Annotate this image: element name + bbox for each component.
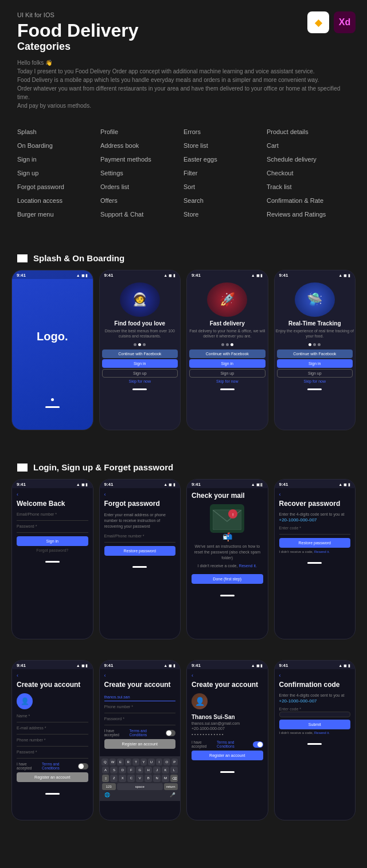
onboard3-signin-btn[interactable]: Sign in (277, 359, 353, 368)
sketch-icon[interactable]: ◆ (307, 11, 329, 33)
cat-search[interactable]: Search (184, 194, 267, 207)
checkmail-done-btn[interactable]: Done (first step) (192, 574, 263, 584)
cat-burger[interactable]: Burger menu (17, 207, 100, 221)
kb-emoji-btn[interactable]: 🌐 (104, 792, 110, 798)
kb-shift[interactable]: ⇧ (102, 775, 110, 782)
create-profile-avatar[interactable]: 👤 (192, 693, 208, 709)
cat-schedule[interactable]: Schedule delivery (267, 152, 350, 166)
kb-m[interactable]: M (162, 775, 169, 782)
create-form-terms-link[interactable]: Terms and Conditions (130, 729, 161, 737)
cat-easter[interactable]: Easter eggs (184, 152, 267, 166)
cat-sort[interactable]: Sort (184, 180, 267, 194)
cat-forgot[interactable]: Forgot password (17, 180, 100, 194)
forgot-restore-btn[interactable]: Restore password (104, 546, 176, 556)
cat-product-details[interactable]: Product details (267, 125, 350, 139)
kb-x[interactable]: X (119, 775, 126, 782)
cat-signin[interactable]: Sign in (17, 152, 100, 166)
conf-resend-link[interactable]: Resend it. (314, 731, 330, 735)
kb-i[interactable]: I (156, 759, 162, 765)
create-profile-register-btn[interactable]: Register an account (192, 751, 263, 760)
cat-errors[interactable]: Errors (184, 125, 267, 139)
kb-p[interactable]: P (171, 759, 178, 765)
onboard3-signup-btn[interactable]: Sign up (277, 369, 353, 378)
onboard1-signup-btn[interactable]: Sign up (102, 369, 178, 378)
onboard1-signin-btn[interactable]: Sign in (102, 359, 178, 368)
recover-back-btn[interactable]: ‹ (279, 492, 351, 497)
kb-k[interactable]: K (162, 767, 169, 773)
create-profile-back[interactable]: ‹ (192, 673, 263, 678)
create-basic-avatar[interactable]: 👤 (17, 693, 33, 709)
forgot-back-btn[interactable]: ‹ (104, 492, 176, 497)
welcome-email-input[interactable] (17, 517, 88, 521)
kb-u[interactable]: U (148, 759, 154, 765)
cat-checkout[interactable]: Checkout (267, 166, 350, 180)
onboard1-fb-btn[interactable]: Continue with Facebook (102, 349, 178, 358)
kb-f[interactable]: F (127, 767, 135, 773)
create-basic-terms-link[interactable]: Terms and Conditions (42, 762, 73, 770)
cat-filter[interactable]: Filter (184, 166, 267, 180)
cat-address-book[interactable]: Address book (100, 139, 184, 152)
recover-restore-btn[interactable]: Restore password (279, 538, 351, 548)
checkmail-resend-link[interactable]: Resend it. (239, 564, 257, 568)
cat-confirmation[interactable]: Confirmation & Rate (267, 194, 350, 207)
kb-y[interactable]: Y (140, 759, 147, 765)
cat-store-list[interactable]: Store list (184, 139, 267, 152)
kb-return[interactable]: return (164, 783, 178, 790)
cat-settings[interactable]: Settings (100, 166, 184, 180)
onboard2-fb-btn[interactable]: Continue with Facebook (189, 349, 266, 358)
kb-n[interactable]: N (153, 775, 161, 782)
cat-payment[interactable]: Payment methods (100, 152, 184, 166)
welcome-forgot-link[interactable]: Forgot password? (17, 548, 88, 552)
conf-submit-btn[interactable]: Submit (279, 720, 351, 729)
cat-splash[interactable]: Splash (17, 125, 100, 139)
welcome-back-btn[interactable]: ‹ (17, 492, 88, 497)
create-profile-terms-link[interactable]: Terms and Conditions (217, 740, 248, 748)
cat-signup[interactable]: Sign up (17, 166, 100, 180)
kb-t[interactable]: T (132, 759, 139, 765)
kb-v[interactable]: V (136, 775, 143, 782)
cat-orders[interactable]: Orders list (100, 180, 184, 194)
create-basic-back[interactable]: ‹ (17, 673, 88, 678)
conf-back-btn[interactable]: ‹ (279, 673, 351, 678)
create-form-phone-input[interactable] (104, 709, 176, 713)
kb-j[interactable]: J (153, 767, 161, 773)
recover-resend-link[interactable]: Resend it. (314, 550, 330, 553)
onboard2-signin-btn[interactable]: Sign in (189, 359, 266, 368)
create-profile-toggle[interactable] (253, 741, 263, 748)
onboard2-skip-link[interactable]: Skip for now (187, 379, 268, 383)
cat-location[interactable]: Location access (17, 194, 100, 207)
cat-tracklist[interactable]: Track list (267, 180, 350, 194)
create-basic-phone-input[interactable] (17, 743, 88, 747)
kb-space[interactable]: space (117, 783, 163, 790)
kb-s[interactable]: S (110, 767, 118, 773)
kb-e[interactable]: E (117, 759, 123, 765)
conf-code-input[interactable] (279, 712, 351, 717)
kb-mic-btn[interactable]: 🎤 (170, 792, 175, 798)
cat-onboarding[interactable]: On Boarding (17, 139, 100, 152)
create-basic-register-btn[interactable]: Register an account (17, 772, 88, 782)
create-basic-email-input[interactable] (17, 730, 88, 735)
kb-h[interactable]: H (145, 767, 152, 773)
welcome-signin-btn[interactable]: Sign in (17, 536, 88, 546)
cat-profile[interactable]: Profile (100, 125, 184, 139)
cat-store[interactable]: Store (184, 207, 267, 221)
kb-b[interactable]: B (145, 775, 152, 782)
kb-g[interactable]: G (136, 767, 143, 773)
cat-offers[interactable]: Offers (100, 194, 184, 207)
create-form-back[interactable]: ‹ (104, 673, 176, 678)
kb-w[interactable]: W (110, 759, 116, 765)
kb-del[interactable]: ⌫ (170, 775, 178, 782)
forgot-email-input[interactable] (104, 539, 176, 543)
xd-icon[interactable]: Xd (334, 11, 356, 33)
cat-support[interactable]: Support & Chat (100, 207, 184, 221)
create-basic-toggle[interactable] (78, 763, 88, 769)
kb-l[interactable]: L (170, 767, 178, 773)
onboard3-skip-link[interactable]: Skip for now (275, 379, 356, 383)
kb-q[interactable]: Q (101, 759, 108, 765)
onboard3-fb-btn[interactable]: Continue with Facebook (277, 349, 353, 358)
kb-c[interactable]: C (127, 775, 135, 782)
create-basic-name-input[interactable] (17, 718, 88, 722)
create-basic-pass-input[interactable] (17, 755, 88, 759)
kb-r[interactable]: R (125, 759, 131, 765)
kb-123[interactable]: 123 (102, 783, 116, 790)
